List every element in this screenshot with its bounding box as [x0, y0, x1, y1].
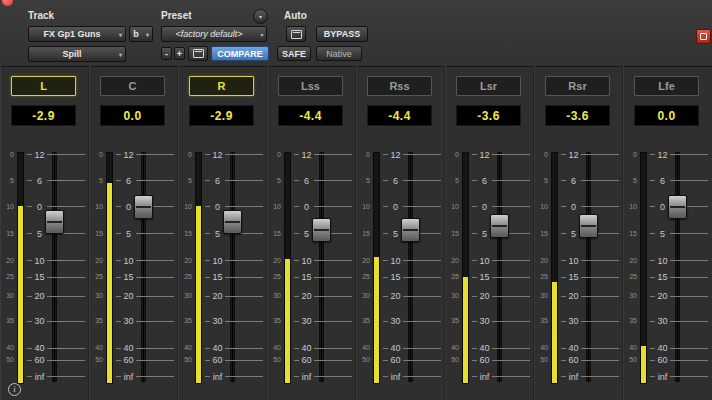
- fader-scale-row: 10: [27, 257, 85, 265]
- fader-scale-row: 15: [205, 273, 263, 281]
- auto-section-label: Auto: [284, 10, 307, 21]
- fader-cap[interactable]: [668, 195, 687, 219]
- fader-scale-row: 6: [383, 177, 441, 185]
- fader-cap[interactable]: [312, 218, 331, 242]
- fader-scale-row: 60: [27, 356, 85, 364]
- meter-scale-label: 0: [448, 152, 459, 158]
- meter-scale-label: 5: [3, 178, 14, 184]
- meter-scale-label: 0: [537, 152, 548, 158]
- fader-cap[interactable]: [223, 210, 242, 234]
- fader-scale-row: 10: [205, 257, 263, 265]
- preset-selector[interactable]: <factory default> ▾: [161, 26, 267, 42]
- meter-scale-label: 5: [448, 178, 459, 184]
- channel-value-display[interactable]: -2.9: [189, 105, 254, 126]
- channel-button[interactable]: Lsr: [456, 76, 521, 96]
- fader-scale-row: 20: [116, 292, 174, 300]
- output-view-name: Spill: [62, 49, 81, 59]
- meter-scale-label: 25: [3, 274, 14, 280]
- meter-scale-label: 20: [359, 258, 370, 264]
- meter-scale-label: 40: [181, 345, 192, 351]
- fader-cap-line: [47, 221, 62, 223]
- channel-value-display[interactable]: 0.0: [634, 105, 699, 126]
- channel-value-display[interactable]: 0.0: [100, 105, 165, 126]
- preset-menu-icon[interactable]: ▾: [253, 9, 268, 24]
- channel-button[interactable]: Lfe: [634, 76, 699, 96]
- next-preset-button[interactable]: +: [174, 47, 185, 60]
- channel-value-display[interactable]: -4.4: [367, 105, 432, 126]
- librarian-icon: [193, 49, 204, 58]
- fader-scale-row: 0: [294, 203, 352, 211]
- bypass-button[interactable]: BYPASS: [316, 26, 368, 42]
- channel-button[interactable]: Rss: [367, 76, 432, 96]
- channel-strip: R -2.9 051015202530354050 12605101520304…: [178, 66, 267, 400]
- fader-scale-row: 6: [561, 177, 619, 185]
- meter-fill: [107, 183, 112, 383]
- channel-button[interactable]: Lss: [278, 76, 343, 96]
- previous-preset-button[interactable]: -: [161, 47, 172, 60]
- fader-scale-row: 0: [472, 203, 530, 211]
- fader-cap[interactable]: [401, 218, 420, 242]
- channel-strip: L -2.9 051015202530354050 12605101520304…: [0, 66, 89, 400]
- meter-scale-label: 10: [3, 204, 14, 210]
- channel-button[interactable]: C: [100, 76, 165, 96]
- meter-scale-label: 25: [626, 274, 637, 280]
- fader-scale: 12605101520304060inf: [383, 150, 441, 386]
- fader-cap-line: [314, 229, 329, 231]
- meter-scale-label: 20: [181, 258, 192, 264]
- meter-scale-label: 15: [270, 231, 281, 237]
- fader-scale-row: 15: [294, 273, 352, 281]
- window-close-button[interactable]: [2, 0, 13, 6]
- fader-cap[interactable]: [45, 210, 64, 234]
- fader-scale: 12605101520304060inf: [27, 150, 85, 386]
- meter-scale-label: 25: [181, 274, 192, 280]
- fader-cap-line: [403, 229, 418, 231]
- fader-scale-row: 40: [650, 344, 708, 352]
- meter-scale-label: 5: [270, 178, 281, 184]
- channel-button[interactable]: Rsr: [545, 76, 610, 96]
- output-view-selector[interactable]: Spill ▾: [28, 46, 126, 62]
- channel-value-display[interactable]: -3.6: [456, 105, 521, 126]
- info-icon[interactable]: i: [8, 383, 21, 396]
- meter-scale-label: 25: [270, 274, 281, 280]
- track-b-button[interactable]: b ▾: [129, 26, 153, 42]
- fader-cap[interactable]: [490, 214, 509, 238]
- fader-scale-row: 30: [116, 317, 174, 325]
- fader-scale-row: 20: [294, 292, 352, 300]
- meter-scale: 051015202530354050: [626, 150, 637, 386]
- safe-button[interactable]: SAFE: [277, 46, 311, 61]
- target-button[interactable]: [696, 29, 711, 44]
- fader-scale-row: 6: [27, 177, 85, 185]
- fader-scale: 12605101520304060inf: [116, 150, 174, 386]
- fader-scale: 12605101520304060inf: [650, 150, 708, 386]
- meter-scale-label: 40: [359, 345, 370, 351]
- preset-save-button[interactable]: [286, 26, 306, 42]
- fader-scale-row: 12: [472, 151, 530, 159]
- track-selector[interactable]: FX Gp1 Guns ▾: [28, 26, 126, 42]
- fader-cap[interactable]: [134, 195, 153, 219]
- fader-scale-row: 12: [561, 151, 619, 159]
- channel-button[interactable]: L: [11, 76, 76, 96]
- compare-button[interactable]: COMPARE: [211, 46, 269, 61]
- fader-scale-row: 15: [472, 273, 530, 281]
- fader-scale-row: 60: [205, 356, 263, 364]
- fader-scale: 12605101520304060inf: [294, 150, 352, 386]
- fader-scale-row: 5: [650, 230, 708, 238]
- fader-scale-row: 0: [27, 203, 85, 211]
- meter-scale-label: 35: [3, 318, 14, 324]
- librarian-menu-button[interactable]: [188, 46, 208, 61]
- meter-scale-label: 15: [359, 231, 370, 237]
- fader-scale-row: 40: [561, 344, 619, 352]
- fader-cap[interactable]: [579, 214, 598, 238]
- channel-value-display[interactable]: -2.9: [11, 105, 76, 126]
- fader-scale-row: 60: [294, 356, 352, 364]
- channel-button[interactable]: R: [189, 76, 254, 96]
- channel-value-display[interactable]: -3.6: [545, 105, 610, 126]
- fader-scale-row: 10: [472, 257, 530, 265]
- channel-value-display[interactable]: -4.4: [278, 105, 343, 126]
- fader-scale-row: inf: [383, 373, 441, 381]
- fader-cap-line: [225, 221, 240, 223]
- meter-scale-label: 15: [448, 231, 459, 237]
- fader-scale-row: 30: [205, 317, 263, 325]
- meter-scale-label: 20: [270, 258, 281, 264]
- meter-scale-label: 20: [3, 258, 14, 264]
